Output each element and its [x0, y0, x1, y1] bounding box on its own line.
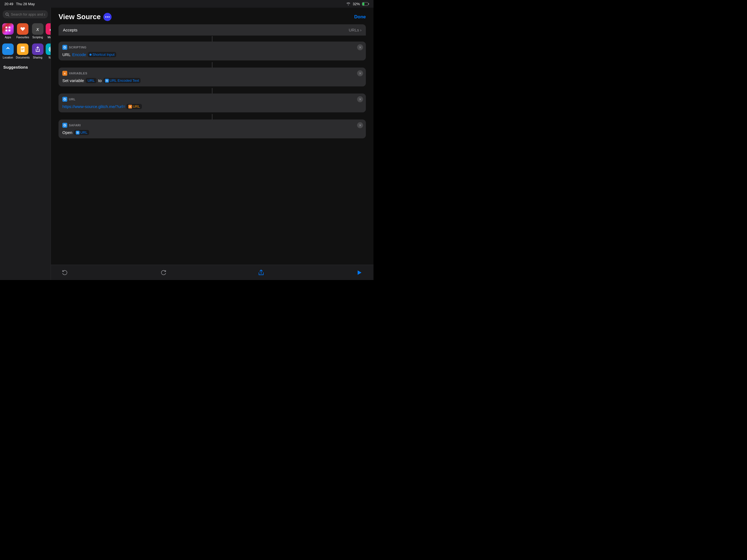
- shortcut-input-dot: [89, 54, 92, 56]
- battery-icon: [362, 2, 369, 6]
- url-var-text: URL: [133, 104, 140, 108]
- url-value: https://www-source.glitch.me/?url= x URL: [62, 104, 142, 109]
- separator-1: [212, 36, 212, 42]
- app-grid: Apps Favourites x Scripting: [0, 22, 51, 61]
- share-icon: [258, 269, 264, 276]
- status-bar: 20:49 Thu 28 May 32%: [0, 0, 374, 8]
- safari-category-label: SAFARI: [69, 124, 81, 127]
- encoded-icon: [105, 79, 109, 82]
- svg-rect-9: [8, 29, 10, 31]
- battery-level: 32%: [353, 2, 360, 6]
- play-icon: [356, 269, 363, 276]
- url-var-label: URL: [87, 78, 95, 82]
- status-right: 32%: [346, 2, 369, 6]
- variables-category-icon: x: [62, 71, 67, 76]
- time: 20:49: [4, 2, 14, 6]
- svg-rect-2: [363, 2, 364, 5]
- open-label: Open: [62, 130, 73, 135]
- status-left: 20:49 Thu 28 May: [4, 2, 35, 6]
- actions-list: Accepts URLs › SCRIPTING: [51, 24, 374, 265]
- search-bar[interactable]: [3, 10, 48, 18]
- set-variable-label: Set variable: [62, 78, 84, 83]
- svg-line-29: [77, 132, 78, 133]
- sidebar: Apps Favourites x Scripting: [0, 8, 51, 280]
- sidebar-item-location[interactable]: Location: [2, 42, 14, 61]
- search-icon: [5, 12, 9, 17]
- url-card: URL ✕ https://www-source.glitch.me/?url=…: [58, 94, 366, 112]
- svg-rect-7: [8, 27, 10, 28]
- variables-body: Set variable URL to URL Encoded Text: [62, 78, 362, 83]
- favourites-icon: [17, 23, 28, 35]
- sharing-label: Sharing: [33, 56, 42, 59]
- location-label: Location: [3, 56, 13, 59]
- safari-card: SAFARI ✕ Open URL: [58, 120, 366, 138]
- variables-category-label: VARIABLES: [69, 72, 87, 75]
- view-source-title: View Source: [58, 12, 111, 21]
- content-header: View Source Done: [51, 8, 374, 24]
- to-label: to: [98, 78, 102, 83]
- wifi-icon: [346, 2, 351, 5]
- scripting-icon: x: [32, 23, 44, 35]
- scripting-header: SCRIPTING: [62, 45, 362, 50]
- accepts-label: Accepts: [63, 28, 77, 32]
- url-base-text: https://www-source.glitch.me/?url=: [62, 104, 125, 109]
- sidebar-item-scripting[interactable]: x Scripting: [31, 22, 44, 41]
- url-label: URL: [62, 52, 71, 57]
- accepts-bar[interactable]: Accepts URLs ›: [58, 24, 366, 35]
- shortcut-input-badge[interactable]: Shortcut Input: [88, 52, 116, 57]
- done-button[interactable]: Done: [354, 14, 366, 20]
- separator-2: [212, 62, 212, 68]
- accepts-value: URLs ›: [349, 28, 361, 32]
- svg-line-27: [64, 125, 66, 126]
- url-var-badge[interactable]: x URL: [126, 104, 142, 109]
- svg-line-21: [64, 47, 66, 48]
- svg-rect-10: [21, 47, 25, 52]
- safari-category-icon: [62, 123, 67, 128]
- url-category-icon: [62, 97, 67, 102]
- svg-line-25: [64, 99, 66, 100]
- url-category-label: URL: [69, 98, 75, 101]
- undo-button[interactable]: [62, 269, 68, 276]
- variables-header: x VARIABLES: [62, 71, 362, 76]
- safari-url-badge[interactable]: URL: [74, 130, 89, 135]
- search-input[interactable]: [11, 12, 45, 17]
- documents-label: Documents: [16, 56, 30, 59]
- sidebar-item-documents[interactable]: Documents: [15, 42, 30, 61]
- location-icon: [2, 44, 14, 55]
- scripting-url-close-button[interactable]: ✕: [357, 44, 363, 50]
- url-variable-badge[interactable]: URL: [85, 78, 97, 83]
- scripting-label: Scripting: [32, 36, 43, 39]
- sidebar-item-sharing[interactable]: Sharing: [31, 42, 44, 61]
- bottom-toolbar: [51, 265, 374, 280]
- share-button[interactable]: [258, 269, 264, 276]
- shortcut-input-label: Shortcut Input: [93, 52, 114, 57]
- svg-line-23: [106, 80, 107, 81]
- favourites-label: Favourites: [17, 36, 29, 39]
- page-title: View Source: [58, 12, 101, 21]
- url-close-button[interactable]: ✕: [357, 96, 363, 102]
- undo-icon: [62, 269, 68, 276]
- variables-close-button[interactable]: ✕: [357, 70, 363, 76]
- apps-label: Apps: [5, 36, 11, 39]
- url-var-icon: x: [128, 105, 132, 108]
- url-encoded-text-badge[interactable]: URL Encoded Text: [103, 78, 141, 83]
- svg-rect-3: [368, 3, 369, 5]
- scripting-url-body: URL Encode Shortcut Input: [62, 52, 362, 57]
- variables-card: x VARIABLES ✕ Set variable URL to: [58, 68, 366, 86]
- redo-button[interactable]: [160, 269, 166, 276]
- encode-link[interactable]: Encode: [72, 52, 86, 57]
- svg-point-19: [108, 17, 110, 18]
- main-layout: Apps Favourites x Scripting: [0, 8, 374, 280]
- safari-close-button[interactable]: ✕: [357, 122, 363, 128]
- sidebar-item-favourites[interactable]: Favourites: [15, 22, 30, 41]
- more-options-button[interactable]: [103, 13, 111, 21]
- safari-url-label: URL: [80, 130, 87, 134]
- svg-point-17: [105, 17, 106, 18]
- play-button[interactable]: [356, 269, 363, 276]
- scripting-url-card: SCRIPTING ✕ URL Encode Shortcut Input: [58, 42, 366, 60]
- apps-icon: [2, 23, 14, 35]
- svg-line-5: [8, 15, 9, 16]
- redo-icon: [160, 269, 166, 276]
- sidebar-item-apps[interactable]: Apps: [2, 22, 14, 41]
- url-body: https://www-source.glitch.me/?url= x URL: [62, 104, 362, 109]
